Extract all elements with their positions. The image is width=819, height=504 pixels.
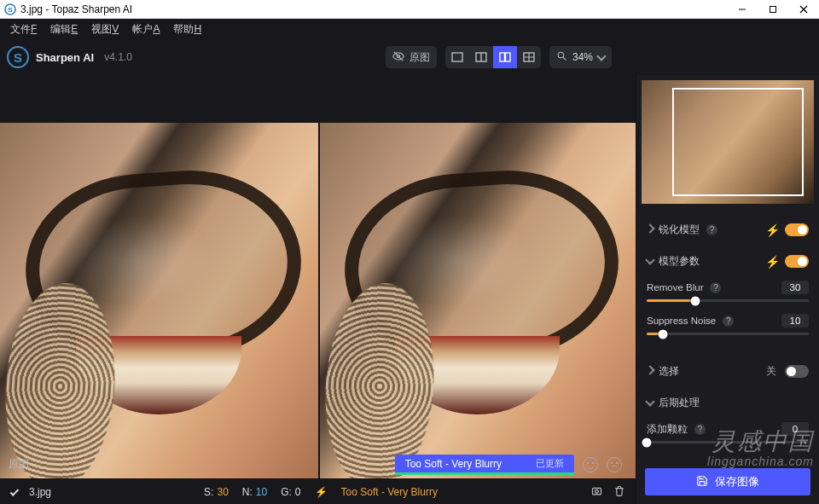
statusbar-param-g: G:0 bbox=[281, 486, 300, 498]
view-mode-single[interactable] bbox=[445, 46, 469, 68]
chevron-down-icon bbox=[645, 397, 654, 406]
crop-button[interactable] bbox=[590, 484, 603, 500]
statusbar-param-s: S:30 bbox=[204, 486, 229, 498]
param-add-grain-label: 添加颗粒 bbox=[647, 423, 688, 436]
view-mode-grid[interactable] bbox=[517, 46, 541, 68]
svg-point-16 bbox=[558, 52, 564, 57]
bolt-icon: ⚡ bbox=[315, 486, 328, 498]
svg-rect-11 bbox=[500, 53, 505, 61]
canvas-compare-area[interactable] bbox=[0, 75, 636, 478]
magnifier-icon bbox=[556, 50, 567, 64]
svg-rect-12 bbox=[505, 53, 510, 61]
view-mode-split[interactable] bbox=[469, 46, 493, 68]
menu-help[interactable]: 帮助H bbox=[168, 22, 206, 37]
check-icon bbox=[10, 487, 20, 496]
section-post-processing-label: 后期处理 bbox=[659, 396, 700, 410]
menu-view[interactable]: 视图V bbox=[86, 22, 124, 37]
section-select[interactable]: 选择 关 bbox=[645, 356, 810, 387]
save-image-button[interactable]: 保存图像 bbox=[645, 468, 810, 495]
toggle-original-label: 原图 bbox=[410, 50, 430, 65]
canvas-column: 原图 Too Soft - Very Blurry 已更新 3.jpg S:30… bbox=[0, 75, 636, 504]
app-icon: S bbox=[4, 3, 16, 15]
original-caption: 原图 bbox=[9, 457, 29, 472]
menu-file[interactable]: 文件F bbox=[5, 22, 42, 37]
param-add-grain: 添加颗粒 ? 0 bbox=[645, 419, 810, 452]
param-suppress-noise-slider[interactable] bbox=[647, 333, 809, 335]
navigator-preview[interactable] bbox=[642, 80, 814, 204]
feedback-negative-button[interactable] bbox=[607, 457, 622, 472]
section-model-params-label: 模型参数 bbox=[659, 254, 700, 269]
param-suppress-noise-value[interactable]: 10 bbox=[781, 314, 809, 327]
chevron-down-icon bbox=[596, 51, 606, 61]
menubar: 文件F 编辑E 视图V 帐户A 帮助H bbox=[0, 19, 819, 39]
save-image-label: 保存图像 bbox=[715, 474, 759, 490]
help-icon[interactable]: ? bbox=[694, 424, 706, 435]
help-icon[interactable]: ? bbox=[710, 282, 721, 293]
svg-text:S: S bbox=[8, 6, 13, 14]
result-model-label: Too Soft - Very Blurry bbox=[405, 458, 502, 470]
svg-rect-18 bbox=[592, 488, 601, 495]
param-suppress-noise: Suppress Noise ? 10 bbox=[645, 310, 810, 344]
param-add-grain-value[interactable]: 0 bbox=[781, 422, 809, 436]
statusbar-param-n: N:10 bbox=[242, 486, 267, 498]
window-title: 3.jpg - Topaz Sharpen AI bbox=[20, 3, 132, 15]
param-suppress-noise-label: Suppress Noise bbox=[647, 316, 716, 326]
sidebar: 锐化模型 ? ⚡ 模型参数 ⚡ Remove Blur ? bbox=[636, 75, 819, 504]
delete-button[interactable] bbox=[613, 484, 625, 500]
select-toggle[interactable] bbox=[785, 365, 809, 378]
select-off-label: 关 bbox=[766, 364, 776, 379]
model-params-auto-toggle[interactable] bbox=[785, 255, 809, 268]
svg-point-19 bbox=[595, 490, 599, 493]
toggle-original-button[interactable]: 原图 bbox=[386, 46, 437, 68]
toolbar: S Sharpen AI v4.1.0 原图 34% bbox=[0, 39, 819, 75]
canvas-pane-original bbox=[0, 123, 318, 478]
chevron-right-icon bbox=[645, 365, 654, 374]
svg-line-17 bbox=[563, 57, 566, 60]
statusbar-filename: 3.jpg bbox=[29, 486, 51, 498]
chevron-right-icon bbox=[645, 223, 654, 233]
result-status-label: 已更新 bbox=[536, 457, 564, 470]
canvas-pane-result bbox=[318, 123, 636, 478]
eye-off-icon bbox=[392, 50, 404, 65]
brand: S Sharpen AI v4.1.0 bbox=[7, 46, 132, 68]
bolt-icon: ⚡ bbox=[765, 223, 780, 237]
window-maximize-button[interactable] bbox=[758, 0, 788, 19]
brand-icon: S bbox=[7, 46, 29, 68]
param-add-grain-slider[interactable] bbox=[647, 441, 809, 443]
param-remove-blur-value[interactable]: 30 bbox=[781, 281, 809, 294]
help-icon[interactable]: ? bbox=[706, 224, 717, 235]
brand-version: v4.1.0 bbox=[104, 51, 132, 63]
window-minimize-button[interactable] bbox=[727, 0, 758, 19]
window-close-button[interactable] bbox=[788, 0, 819, 19]
bolt-icon: ⚡ bbox=[765, 255, 780, 269]
section-sharpen-model-label: 锐化模型 bbox=[659, 223, 700, 237]
svg-rect-8 bbox=[452, 53, 462, 61]
zoom-control[interactable]: 34% bbox=[549, 46, 612, 68]
menu-account[interactable]: 帐户A bbox=[127, 22, 165, 37]
sharpen-model-auto-toggle[interactable] bbox=[785, 223, 809, 236]
photo-result bbox=[320, 123, 636, 478]
view-mode-segmented bbox=[445, 46, 541, 68]
save-icon bbox=[696, 475, 708, 490]
view-mode-side-by-side[interactable] bbox=[493, 46, 517, 68]
statusbar-model: Too Soft - Very Blurry bbox=[341, 486, 438, 498]
zoom-value: 34% bbox=[572, 51, 593, 63]
brand-title: Sharpen AI bbox=[36, 51, 94, 64]
section-model-params[interactable]: 模型参数 ⚡ bbox=[645, 246, 810, 277]
statusbar: 3.jpg S:30 N:10 G:0 ⚡ Too Soft - Very Bl… bbox=[0, 478, 636, 504]
feedback-positive-button[interactable] bbox=[583, 457, 598, 472]
param-remove-blur-label: Remove Blur bbox=[647, 282, 703, 293]
param-remove-blur-slider[interactable] bbox=[647, 299, 809, 302]
navigator-viewport-rect[interactable] bbox=[672, 88, 804, 197]
menu-edit[interactable]: 编辑E bbox=[45, 22, 83, 37]
section-post-processing[interactable]: 后期处理 bbox=[645, 387, 810, 419]
result-chip[interactable]: Too Soft - Very Blurry 已更新 bbox=[395, 455, 574, 475]
svg-rect-3 bbox=[770, 6, 776, 12]
result-bar: Too Soft - Very Blurry 已更新 bbox=[395, 455, 636, 475]
photo-original bbox=[0, 123, 318, 478]
help-icon[interactable]: ? bbox=[723, 316, 734, 327]
main-area: 原图 Too Soft - Very Blurry 已更新 3.jpg S:30… bbox=[0, 75, 819, 504]
chevron-down-icon bbox=[645, 255, 654, 264]
section-select-label: 选择 bbox=[659, 364, 679, 379]
section-sharpen-model[interactable]: 锐化模型 ? ⚡ bbox=[645, 214, 810, 246]
